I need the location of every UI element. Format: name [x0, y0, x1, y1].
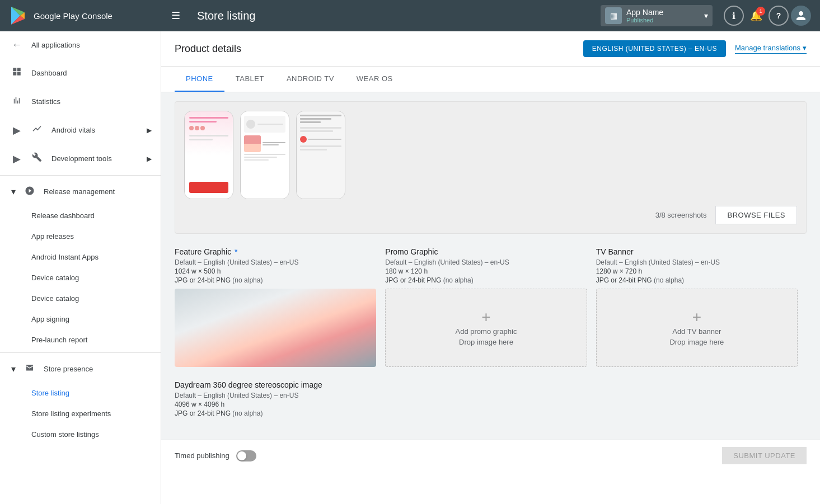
sidebar-item-dashboard[interactable]: Dashboard: [0, 59, 161, 87]
app-signing-label: App signing: [31, 315, 69, 323]
sidebar-item-statistics[interactable]: Statistics: [0, 87, 161, 116]
feature-graphic-image[interactable]: [175, 289, 376, 367]
promo-add-label: Add promo graphic: [456, 327, 517, 336]
submit-update-button[interactable]: SUBMIT UPDATE: [722, 447, 807, 464]
feature-graphic-title: Feature Graphic *: [175, 247, 376, 256]
account-button[interactable]: [791, 6, 811, 26]
custom-store-label: Custom store listings: [31, 430, 99, 439]
logo-text: Google Play Console: [34, 11, 113, 21]
promo-graphic-title: Promo Graphic: [385, 247, 587, 256]
chevron-down-icon-3: ▾: [803, 44, 807, 52]
sidebar-item-android-instant[interactable]: Android Instant Apps: [0, 247, 161, 267]
sidebar-item-store-listing-exp[interactable]: Store listing experiments: [0, 403, 161, 424]
screenshots-count: 3/8 screenshots: [655, 211, 707, 219]
app-selector[interactable]: ▦ App Name Published ▾: [601, 5, 713, 26]
feature-graphic-img: [175, 289, 376, 367]
dev-tools-icon: [31, 152, 43, 165]
vitals-arrow-icon: ▶: [11, 124, 22, 136]
tabs-bar: PHONE TABLET ANDROID TV WEAR OS: [161, 67, 820, 92]
language-button[interactable]: ENGLISH (UNITED STATES) – EN-US: [583, 40, 726, 57]
screenshots-footer: 3/8 screenshots BROWSE FILES: [184, 206, 797, 224]
sidebar-item-store-listing[interactable]: Store listing: [0, 383, 161, 403]
android-instant-label: Android Instant Apps: [31, 253, 99, 261]
bottom-bar: Timed publishing SUBMIT UPDATE: [161, 440, 820, 471]
browse-files-button[interactable]: BROWSE FILES: [715, 206, 797, 224]
tab-phone-label: PHONE: [186, 74, 213, 83]
main-layout: ← All applications Dashboard Statistics …: [0, 31, 820, 504]
tab-tablet[interactable]: TABLET: [224, 67, 275, 92]
feature-graphic-subtitle: Default – English (United States) – en-U…: [175, 258, 376, 266]
screenshot-thumb-1[interactable]: [184, 111, 233, 199]
hamburger-button[interactable]: ☰: [166, 6, 186, 26]
sidebar-item-back[interactable]: ← All applications: [0, 31, 161, 59]
statistics-label: Statistics: [31, 97, 60, 106]
tv-banner-subtitle: Default – English (United States) – en-U…: [596, 258, 798, 266]
app-name: App Name: [626, 8, 700, 17]
app-status: Published: [626, 17, 700, 23]
sidebar-item-device-catalog[interactable]: Device catalog: [0, 288, 161, 309]
timed-publishing-toggle[interactable]: [236, 450, 256, 461]
tv-banner-dropzone[interactable]: + Add TV banner Drop image here: [596, 289, 798, 367]
sidebar: ← All applications Dashboard Statistics …: [0, 31, 161, 504]
promo-graphic-format: JPG or 24-bit PNG (no alpha): [385, 276, 587, 284]
sidebar-divider-2: [0, 352, 161, 353]
promo-graphic-dimensions: 180 w × 120 h: [385, 267, 587, 275]
sidebar-item-custom-store[interactable]: Custom store listings: [0, 424, 161, 445]
release-dashboard-label: Release dashboard: [31, 211, 95, 220]
page-title: Store listing: [197, 10, 256, 22]
daydream-format-strong: JPG or 24-bit PNG: [175, 409, 231, 417]
manage-translations-button[interactable]: Manage translations ▾: [735, 44, 807, 54]
dashboard-icon: [11, 67, 22, 79]
promo-graphic-section: Promo Graphic Default – English (United …: [385, 247, 596, 376]
notification-badge: 1: [756, 7, 765, 16]
sidebar-divider-1: [0, 175, 161, 176]
dev-tools-arrow-icon: ▶: [11, 153, 22, 165]
sidebar-item-pre-launch[interactable]: Pre-launch report: [0, 329, 161, 350]
main-content: Product details ENGLISH (UNITED STATES) …: [161, 31, 820, 504]
tv-add-label: Add TV banner: [672, 327, 721, 336]
sidebar-item-app-signing[interactable]: App signing: [0, 309, 161, 329]
sidebar-item-store-presence[interactable]: ▾ Store presence: [0, 355, 161, 383]
promo-graphic-subtitle: Default – English (United States) – en-U…: [385, 258, 587, 266]
tab-tablet-label: TABLET: [236, 74, 264, 83]
tab-android-tv[interactable]: ANDROID TV: [275, 67, 345, 92]
promo-graphic-dropzone[interactable]: + Add promo graphic Drop image here: [385, 289, 587, 367]
screenshot-thumb-3[interactable]: [296, 111, 345, 199]
sidebar-item-release-mgmt[interactable]: ▾ Release management: [0, 178, 161, 205]
tv-drop-label: Drop image here: [669, 338, 724, 346]
chevron-down-icon: ▾: [11, 186, 16, 197]
dev-tools-label: Development tools: [51, 154, 112, 163]
product-details-title: Product details: [175, 43, 241, 55]
sidebar-item-android-vitals[interactable]: ▶ Android vitals ▶: [0, 116, 161, 144]
content-inner: Product details ENGLISH (UNITED STATES) …: [161, 31, 820, 504]
promo-drop-label: Drop image here: [459, 338, 513, 346]
daydream-section: Daydream 360 degree stereoscopic image D…: [175, 380, 807, 431]
sidebar-item-release-dashboard[interactable]: Release dashboard: [0, 205, 161, 226]
screenshots-container: 3/8 screenshots BROWSE FILES: [175, 101, 807, 234]
info-button[interactable]: ℹ: [724, 6, 744, 26]
screenshot-thumb-2[interactable]: [240, 111, 289, 199]
tv-banner-title: TV Banner: [596, 247, 798, 256]
release-mgmt-label: Release management: [44, 187, 115, 196]
store-presence-label: Store presence: [44, 365, 93, 373]
store-presence-icon: [25, 363, 35, 375]
daydream-subtitle: Default – English (United States) – en-U…: [175, 392, 807, 399]
pre-launch-label: Pre-launch report: [31, 336, 87, 344]
tab-wear-os[interactable]: WEAR OS: [345, 67, 404, 92]
app-logo: Google Play Console: [9, 6, 166, 26]
sidebar-item-artifact-library[interactable]: Device catalog: [0, 267, 161, 288]
help-button[interactable]: ?: [769, 6, 789, 26]
sidebar-item-app-releases[interactable]: App releases: [0, 226, 161, 247]
release-mgmt-icon: [25, 186, 35, 197]
tv-format-strong: JPG or 24-bit PNG: [596, 276, 652, 284]
app-releases-label: App releases: [31, 232, 74, 241]
timed-publishing-label: Timed publishing: [175, 451, 229, 460]
device-catalog-label: Device catalog: [31, 294, 79, 303]
tab-android-tv-label: ANDROID TV: [287, 74, 334, 83]
product-header: Product details ENGLISH (UNITED STATES) …: [161, 31, 820, 67]
chevron-down-icon-2: ▾: [11, 364, 16, 374]
tab-phone[interactable]: PHONE: [175, 67, 224, 92]
notifications-button[interactable]: 🔔 1: [746, 6, 766, 26]
feature-graphic-format: JPG or 24-bit PNG (no alpha): [175, 276, 376, 284]
sidebar-item-dev-tools[interactable]: ▶ Development tools ▶: [0, 144, 161, 173]
